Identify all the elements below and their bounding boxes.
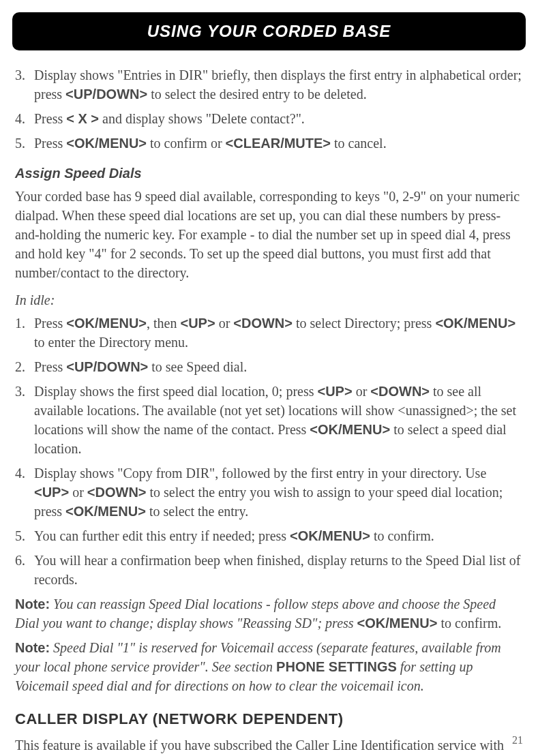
note-2: Note: Speed Dial "1" is reserved for Voi… — [15, 638, 523, 695]
list-number: 5. — [15, 526, 34, 545]
assign-heading: Assign Speed Dials — [15, 164, 523, 183]
text: Press — [34, 136, 66, 151]
key-up: <UP> — [318, 384, 353, 399]
idle-label: In idle: — [15, 290, 523, 309]
note-label: Note: — [15, 640, 50, 655]
note-1: Note: You can reassign Speed Dial locati… — [15, 594, 523, 633]
text: Press — [34, 111, 66, 126]
text: Display shows "Copy from DIR", followed … — [34, 466, 486, 481]
key-down: <DOWN> — [370, 384, 430, 399]
assign-step-3: 3. Display shows the first speed dial lo… — [15, 382, 523, 458]
text: , then — [147, 316, 180, 331]
list-body: You will hear a confirmation beep when f… — [34, 551, 523, 589]
key-down: <DOWN> — [233, 316, 293, 331]
list-number: 3. — [15, 382, 34, 458]
key-clearmute: <CLEAR/MUTE> — [226, 136, 331, 151]
top-step-3: 3. Display shows "Entries in DIR" briefl… — [15, 65, 523, 104]
key-up: <UP> — [34, 485, 69, 500]
note-text: to confirm. — [437, 616, 501, 631]
text: to cancel. — [331, 136, 387, 151]
header-title: USING YOUR CORDED BASE — [12, 12, 526, 50]
list-body: Press < X > and display shows "Delete co… — [34, 109, 523, 128]
text: to confirm. — [370, 528, 434, 543]
assign-step-6: 6. You will hear a confirmation beep whe… — [15, 551, 523, 589]
list-number: 4. — [15, 109, 34, 128]
list-number: 5. — [15, 134, 34, 153]
text: or — [353, 384, 371, 399]
key-okmenu: <OK/MENU> — [435, 316, 515, 331]
key-down: <DOWN> — [87, 485, 147, 500]
text: to select the entry. — [146, 504, 248, 519]
list-number: 3. — [15, 65, 34, 104]
assign-paragraph: Your corded base has 9 speed dial availa… — [15, 187, 523, 282]
key-okmenu: <OK/MENU> — [290, 528, 370, 543]
key-okmenu: <OK/MENU> — [357, 616, 438, 631]
note-label: Note: — [15, 596, 50, 611]
top-step-4: 4. Press < X > and display shows "Delete… — [15, 109, 523, 128]
list-number: 4. — [15, 464, 34, 521]
list-number: 2. — [15, 357, 34, 376]
list-body: Press <OK/MENU> to confirm or <CLEAR/MUT… — [34, 134, 523, 153]
page-number: 21 — [512, 734, 523, 746]
list-body: Display shows the first speed dial locat… — [34, 382, 523, 458]
assign-step-5: 5. You can further edit this entry if ne… — [15, 526, 523, 545]
text: Press — [34, 316, 66, 331]
phone-settings-ref: PHONE SETTINGS — [276, 659, 397, 674]
text: to select Directory; press — [293, 316, 435, 331]
top-step-5: 5. Press <OK/MENU> to confirm or <CLEAR/… — [15, 134, 523, 153]
text: or — [215, 316, 234, 331]
text: to select the desired entry to be delete… — [147, 87, 367, 102]
key-okmenu: <OK/MENU> — [66, 136, 147, 151]
key-x: < X > — [66, 111, 99, 126]
text: or — [69, 485, 87, 500]
text: to enter the Directory menu. — [34, 335, 188, 350]
text: to confirm or — [147, 136, 226, 151]
assign-step-4: 4. Display shows "Copy from DIR", follow… — [15, 464, 523, 521]
text: You will hear a confirmation beep when f… — [34, 553, 520, 587]
key-okmenu: <OK/MENU> — [65, 504, 146, 519]
list-number: 1. — [15, 314, 34, 352]
assign-step-1: 1. Press <OK/MENU>, then <UP> or <DOWN> … — [15, 314, 523, 352]
page-content: 3. Display shows "Entries in DIR" briefl… — [0, 50, 538, 756]
list-body: Press <UP/DOWN> to see Speed dial. — [34, 357, 523, 376]
list-body: You can further edit this entry if neede… — [34, 526, 523, 545]
key-updown: <UP/DOWN> — [65, 87, 147, 102]
key-updown: <UP/DOWN> — [66, 359, 148, 374]
assign-step-2: 2. Press <UP/DOWN> to see Speed dial. — [15, 357, 523, 376]
text: to see Speed dial. — [148, 359, 247, 374]
key-okmenu: <OK/MENU> — [310, 422, 390, 437]
caller-display-heading: CALLER DISPLAY (NETWORK DEPENDENT) — [15, 709, 523, 730]
caller-paragraph: This feature is available if you have su… — [15, 736, 523, 756]
text: Press — [34, 359, 66, 374]
key-okmenu: <OK/MENU> — [66, 316, 147, 331]
text: and display shows "Delete contact?". — [99, 111, 305, 126]
list-number: 6. — [15, 551, 34, 589]
list-body: Display shows "Entries in DIR" briefly, … — [34, 65, 523, 104]
key-up: <UP> — [180, 316, 215, 331]
list-body: Press <OK/MENU>, then <UP> or <DOWN> to … — [34, 314, 523, 352]
text: You can further edit this entry if neede… — [34, 528, 290, 543]
list-body: Display shows "Copy from DIR", followed … — [34, 464, 523, 521]
text: Display shows the first speed dial locat… — [34, 384, 318, 399]
